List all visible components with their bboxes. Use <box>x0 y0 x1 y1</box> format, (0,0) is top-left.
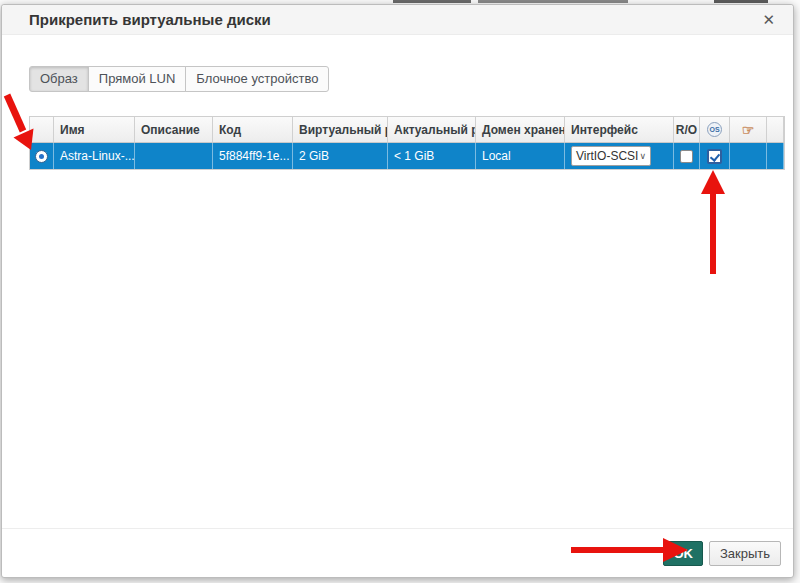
header-interface: Интерфейс <box>565 117 674 142</box>
disks-table: Имя Описание Код Виртуальный р Актуальны… <box>29 116 785 170</box>
cell-read-only <box>674 143 700 169</box>
cell-os <box>700 143 730 169</box>
tab-direct-lun[interactable]: Прямой LUN <box>88 66 187 92</box>
cell-description <box>135 143 213 169</box>
cell-id: 5f884ff9-1e... <box>213 143 293 169</box>
header-actual-size: Актуальный ра <box>388 117 476 142</box>
cell-storage-domain: Local <box>476 143 565 169</box>
footer-buttons: OK Закрыть <box>663 541 781 566</box>
disk-type-tabs: Образ Прямой LUN Блочное устройство <box>29 66 329 92</box>
header-shareable: ☞ <box>730 117 767 142</box>
interface-select-value: VirtIO-SCSI <box>576 149 638 163</box>
cell-interface: VirtIO-SCSI ∨ <box>565 143 674 169</box>
modal-backdrop: Прикрепить виртуальные диски ✕ Образ Пря… <box>0 0 800 583</box>
background-page-fragment <box>393 0 471 3</box>
os-icon: OS <box>707 122 722 137</box>
tab-image[interactable]: Образ <box>29 66 89 92</box>
tab-block-device[interactable]: Блочное устройство <box>185 66 329 92</box>
os-checkbox[interactable] <box>707 149 722 164</box>
cell-selector <box>30 143 54 169</box>
interface-select[interactable]: VirtIO-SCSI ∨ <box>571 146 651 166</box>
hand-icon: ☞ <box>742 123 755 137</box>
row-radio-button[interactable] <box>35 150 48 163</box>
background-page-fragment <box>714 0 768 3</box>
header-name: Имя <box>54 117 135 142</box>
cell-filler <box>767 143 784 169</box>
header-id: Код <box>213 117 293 142</box>
dialog-titlebar: Прикрепить виртуальные диски ✕ <box>2 5 793 35</box>
read-only-checkbox[interactable] <box>680 150 693 163</box>
cell-actual-size: < 1 GiB <box>388 143 476 169</box>
header-description: Описание <box>135 117 213 142</box>
header-os: OS <box>700 117 730 142</box>
attach-virtual-disks-dialog: Прикрепить виртуальные диски ✕ Образ Пря… <box>1 4 794 578</box>
ok-button[interactable]: OK <box>663 541 703 566</box>
cell-virtual-size: 2 GiB <box>293 143 388 169</box>
background-page-fragment <box>478 0 628 3</box>
table-header-row: Имя Описание Код Виртуальный р Актуальны… <box>30 117 784 143</box>
header-read-only: R/O <box>674 117 700 142</box>
dialog-title: Прикрепить виртуальные диски <box>29 5 271 35</box>
disk-row-selected[interactable]: Astra-Linux-... 5f884ff9-1e... 2 GiB < 1… <box>30 143 784 169</box>
close-button[interactable]: Закрыть <box>709 541 781 566</box>
footer-divider <box>2 528 793 529</box>
header-filler <box>767 117 784 142</box>
cell-shareable <box>730 143 767 169</box>
chevron-down-icon: ∨ <box>639 151 646 161</box>
header-selector <box>30 117 54 142</box>
cell-name: Astra-Linux-... <box>54 143 135 169</box>
close-icon[interactable]: ✕ <box>762 5 775 35</box>
header-storage-domain: Домен хранени <box>476 117 565 142</box>
header-virtual-size: Виртуальный р <box>293 117 388 142</box>
